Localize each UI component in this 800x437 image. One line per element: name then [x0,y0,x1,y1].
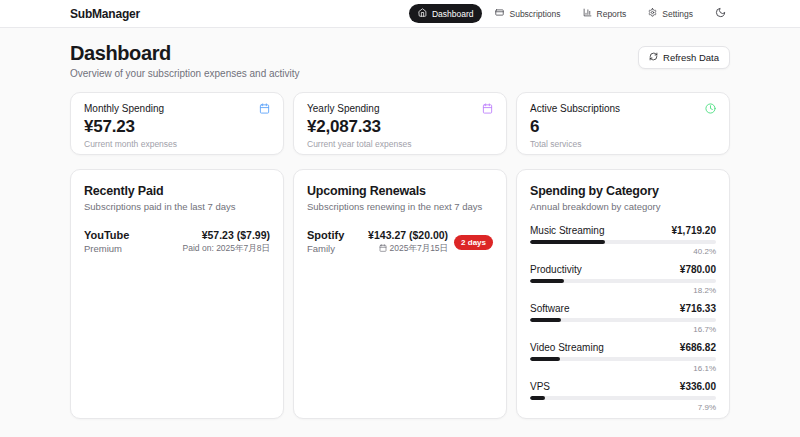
category-name: Software [530,303,569,314]
panel-subtitle: Subscriptions paid in the last 7 days [84,201,270,212]
nav-label: Reports [597,9,627,19]
gear-icon [648,8,657,19]
subscription-plan: Family [307,243,344,254]
category-progress-bar [530,396,716,400]
panel-subtitle: Subscriptions renewing in the next 7 day… [307,201,493,212]
panels-row: Recently Paid Subscriptions paid in the … [70,169,730,419]
category-name: Productivity [530,264,582,275]
stat-value: 6 [530,117,716,137]
category-percent: 40.2% [530,247,716,256]
category-row: Productivity ¥780.00 18.2% [530,264,716,295]
recently-paid-panel: Recently Paid Subscriptions paid in the … [70,169,284,419]
renewal-right-block: ¥143.27 ($20.00) 2025年7月15日 2 days [368,229,493,255]
category-name: Music Streaming [530,225,604,236]
panel-title: Recently Paid [84,184,270,198]
category-percent: 7.9% [530,403,716,412]
calendar-icon [482,103,493,114]
stat-card-monthly-spending: Monthly Spending ¥57.23 Current month ex… [70,92,284,155]
calendar-icon [379,244,387,254]
category-progress-fill [530,279,564,283]
subscription-amount-block: ¥143.27 ($20.00) 2025年7月15日 [368,229,448,255]
category-row: Video Streaming ¥686.82 16.1% [530,342,716,373]
stat-value: ¥2,087.33 [307,117,493,137]
nav-item-settings[interactable]: Settings [639,4,702,23]
subscription-amount-block: ¥57.23 ($7.99) Paid on: 2025年7月8日 [183,229,270,255]
category-progress-fill [530,318,561,322]
stat-label: Active Subscriptions [530,103,620,114]
stats-row: Monthly Spending ¥57.23 Current month ex… [70,92,730,155]
category-list: Music Streaming ¥1,719.20 40.2% Producti… [530,225,716,419]
category-name: Video Streaming [530,342,604,353]
category-amount: ¥780.00 [680,264,716,275]
moon-icon [715,6,726,21]
category-percent: 18.2% [530,286,716,295]
stat-value: ¥57.23 [84,117,270,137]
category-progress-bar [530,279,716,283]
category-progress-fill [530,357,560,361]
panel-subtitle: Annual breakdown by category [530,201,716,212]
brand-logo[interactable]: SubManager [70,7,140,21]
bar-chart-icon [583,8,592,19]
stat-card-yearly-spending: Yearly Spending ¥2,087.33 Current year t… [293,92,507,155]
main-content: Dashboard Overview of your subscription … [70,42,730,419]
renewal-date: 2025年7月15日 [390,243,449,255]
top-nav-bar: SubManager Dashboard Subscriptions [0,0,800,28]
category-name: VPS [530,381,550,392]
category-amount: ¥716.33 [680,303,716,314]
page-header: Dashboard Overview of your subscription … [70,42,730,79]
category-row: Software ¥716.33 16.7% [530,303,716,334]
category-amount: ¥1,719.20 [672,225,717,236]
spending-by-category-panel: Spending by Category Annual breakdown by… [516,169,730,419]
refresh-data-button[interactable]: Refresh Data [638,46,730,69]
subscription-name: Spotify [307,229,344,241]
subscription-info: Spotify Family [307,229,344,254]
stat-caption: Current month expenses [84,139,270,149]
category-amount: ¥336.00 [680,381,716,392]
main-nav: Dashboard Subscriptions Reports [409,4,730,24]
stat-card-active-subscriptions: Active Subscriptions 6 Total services [516,92,730,155]
page-header-text: Dashboard Overview of your subscription … [70,42,300,79]
paid-subscription-row[interactable]: YouTube Premium ¥57.23 ($7.99) Paid on: … [84,229,270,255]
nav-item-reports[interactable]: Reports [574,4,636,23]
upcoming-renewals-panel: Upcoming Renewals Subscriptions renewing… [293,169,507,419]
calendar-icon [259,103,270,114]
stat-caption: Total services [530,139,716,149]
subscription-name: YouTube [84,229,129,241]
clock-icon [705,103,716,114]
panel-title: Spending by Category [530,184,716,198]
nav-label: Subscriptions [509,9,560,19]
renewal-date-row: 2025年7月15日 [368,243,448,255]
days-remaining-badge: 2 days [454,235,493,250]
category-progress-bar [530,240,716,244]
subscription-amount: ¥143.27 ($20.00) [368,229,448,241]
renewal-subscription-row[interactable]: Spotify Family ¥143.27 ($20.00) 2025年7月1… [307,229,493,255]
app-root: SubManager Dashboard Subscriptions [0,0,800,419]
nav-item-dashboard[interactable]: Dashboard [409,4,483,23]
stat-caption: Current year total expenses [307,139,493,149]
home-icon [418,8,427,19]
category-progress-bar [530,357,716,361]
subscription-amount: ¥57.23 ($7.99) [183,229,270,241]
page-title: Dashboard [70,42,300,65]
category-row: VPS ¥336.00 7.9% [530,381,716,412]
theme-toggle-button[interactable] [710,4,730,24]
stat-label: Yearly Spending [307,103,379,114]
paid-on-date: Paid on: 2025年7月8日 [183,243,270,255]
page-subtitle: Overview of your subscription expenses a… [70,68,300,79]
category-amount: ¥686.82 [680,342,716,353]
credit-card-icon [495,8,504,19]
panel-title: Upcoming Renewals [307,184,493,198]
category-percent: 16.7% [530,325,716,334]
subscription-plan: Premium [84,243,129,254]
category-row: Music Streaming ¥1,719.20 40.2% [530,225,716,256]
subscription-info: YouTube Premium [84,229,129,254]
category-progress-fill [530,396,545,400]
refresh-button-label: Refresh Data [663,52,719,63]
nav-item-subscriptions[interactable]: Subscriptions [486,4,569,23]
nav-label: Settings [662,9,693,19]
refresh-icon [649,52,658,63]
nav-label: Dashboard [432,9,474,19]
category-progress-fill [530,240,605,244]
category-progress-bar [530,318,716,322]
stat-label: Monthly Spending [84,103,164,114]
